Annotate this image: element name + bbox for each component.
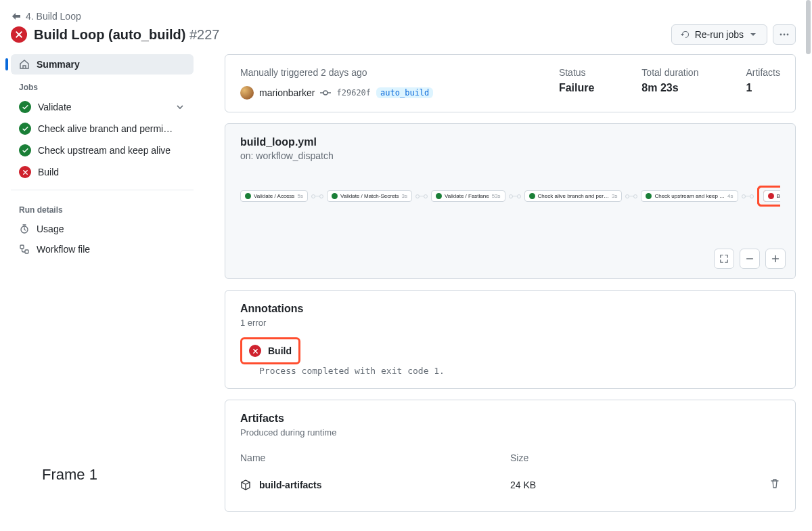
graph-node[interactable]: Check upstream and keep … 4s (641, 190, 738, 202)
artifact-row[interactable]: build-artifacts 24 KB (240, 470, 780, 499)
actor-name[interactable]: marionbarker (259, 87, 315, 98)
col-size: Size (510, 452, 726, 463)
graph-edge (627, 196, 635, 196)
graph-edge (744, 196, 752, 196)
arrow-left-icon (11, 11, 22, 22)
sidebar-jobs-label: Jobs (11, 75, 194, 96)
svg-point-0 (780, 34, 782, 36)
annotation-message: Process completed with exit code 1. (259, 366, 780, 376)
artifacts-card: Artifacts Produced during runtime Name S… (225, 400, 796, 512)
annotations-count: 1 error (240, 318, 780, 328)
sidebar-usage[interactable]: Usage (11, 219, 194, 239)
page-title: Build Loop (auto_build) #227 (34, 27, 219, 43)
svg-rect-5 (25, 250, 28, 253)
graph-edge (511, 196, 519, 196)
svg-rect-4 (20, 245, 24, 249)
artifact-size: 24 KB (510, 480, 726, 490)
svg-point-2 (787, 34, 789, 36)
sidebar-job-check-upstream[interactable]: Check upstream and keep alive (11, 140, 194, 161)
graph-node[interactable]: Validate / Match-Secrets 3s (327, 190, 412, 202)
workflow-graph[interactable]: Validate / Access 5s Validate / Match-Se… (240, 186, 780, 207)
kebab-icon (779, 29, 790, 40)
check-icon (19, 123, 31, 135)
stopwatch-icon (19, 224, 30, 234)
sidebar-job-validate[interactable]: Validate (11, 96, 194, 118)
duration-label: Total duration (641, 67, 698, 78)
annotation-label: Build (268, 345, 292, 356)
sidebar-job-check-alive[interactable]: Check alive branch and permi… (11, 118, 194, 140)
run-number: #227 (189, 27, 220, 42)
kebab-menu-button[interactable] (773, 24, 796, 45)
graph-edge (418, 196, 426, 196)
sidebar-run-details-label: Run details (11, 197, 194, 219)
run-status-fail-icon (11, 26, 27, 43)
status-value: Failure (559, 82, 594, 94)
trigger-label: Manually triggered 2 days ago (240, 67, 512, 78)
check-icon (19, 144, 31, 156)
status-label: Status (559, 67, 594, 78)
artifacts-count[interactable]: 1 (746, 82, 780, 94)
frame-label: Frame 1 (42, 466, 97, 484)
x-icon (249, 345, 261, 357)
sidebar-divider (11, 190, 194, 190)
vertical-scrollbar[interactable] (806, 0, 811, 54)
workflow-trigger: on: workflow_dispatch (240, 150, 780, 161)
actor-avatar[interactable] (240, 86, 254, 100)
commit-icon (320, 87, 331, 98)
workflow-graph-card: build_loop.yml on: workflow_dispatch Val… (225, 123, 796, 279)
annotation-highlight: Build 6m 15s (757, 186, 781, 207)
sidebar-job-build[interactable]: Build (11, 161, 194, 183)
main-content: Manually triggered 2 days ago marionbark… (225, 54, 796, 531)
graph-node[interactable]: Check alive branch and per… 3s (524, 190, 623, 202)
sidebar: Summary Jobs Validate Check alive branch… (11, 54, 194, 259)
artifact-name: build-artifacts (259, 480, 322, 490)
annotation-item[interactable]: Build (240, 337, 300, 364)
annotations-heading: Annotations (240, 303, 780, 315)
fullscreen-button[interactable] (714, 249, 734, 269)
home-icon (19, 59, 30, 70)
breadcrumb-label: 4. Build Loop (26, 11, 81, 22)
workflow-icon (19, 244, 30, 255)
workflow-file-name[interactable]: build_loop.yml (240, 136, 780, 148)
title-row: Build Loop (auto_build) #227 Re-run jobs (11, 24, 796, 45)
svg-point-1 (784, 34, 786, 36)
sync-icon (680, 29, 691, 40)
zoom-in-button[interactable] (765, 249, 786, 269)
package-icon (240, 480, 251, 490)
breadcrumb-back[interactable]: 4. Build Loop (11, 11, 796, 22)
chevron-down-icon (175, 102, 185, 112)
caret-down-icon (748, 29, 759, 40)
zoom-out-button[interactable] (740, 249, 760, 269)
artifacts-label: Artifacts (746, 67, 780, 78)
graph-node-build[interactable]: Build 6m 15s (763, 190, 781, 202)
svg-point-6 (323, 91, 328, 95)
sidebar-summary[interactable]: Summary (11, 54, 194, 75)
graph-edge (313, 196, 321, 196)
check-icon (19, 101, 31, 113)
branch-chip[interactable]: auto_build (376, 87, 433, 98)
x-icon (19, 166, 31, 178)
artifacts-subheading: Produced during runtime (240, 427, 780, 438)
graph-node[interactable]: Validate / Fastlane 53s (431, 190, 505, 202)
artifact-delete-button[interactable] (726, 478, 780, 491)
artifacts-heading: Artifacts (240, 412, 780, 425)
annotations-card: Annotations 1 error Build Process comple… (225, 290, 796, 389)
sidebar-workflow-file[interactable]: Workflow file (11, 239, 194, 259)
run-summary-card: Manually triggered 2 days ago marionbark… (225, 54, 796, 112)
artifacts-table-header: Name Size (240, 452, 780, 470)
commit-sha[interactable]: f29620f (336, 88, 371, 98)
graph-node[interactable]: Validate / Access 5s (240, 190, 308, 202)
rerun-jobs-button[interactable]: Re-run jobs (671, 24, 767, 45)
col-name: Name (240, 452, 510, 463)
duration-value[interactable]: 8m 23s (641, 82, 698, 94)
